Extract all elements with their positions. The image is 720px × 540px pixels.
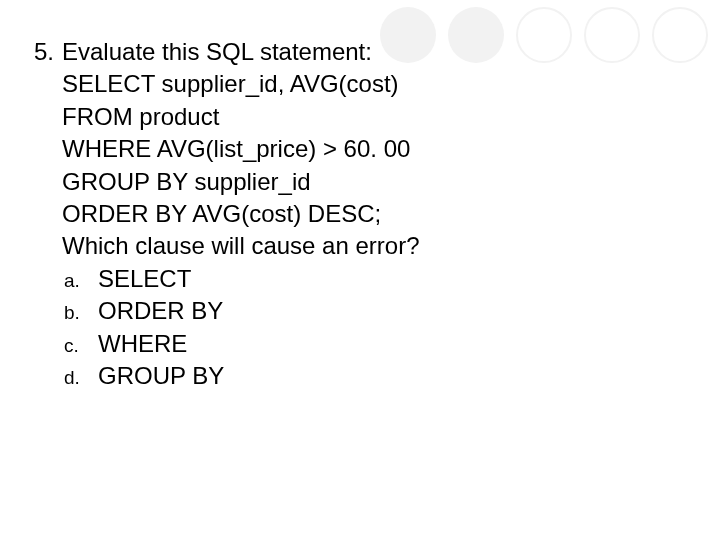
- question-block: 5. Evaluate this SQL statement: SELECT s…: [0, 0, 720, 392]
- stem-line: Which clause will cause an error?: [62, 230, 720, 262]
- option-letter: d.: [62, 365, 98, 391]
- option-letter: a.: [62, 268, 98, 294]
- stem-text: Evaluate this SQL statement:: [62, 36, 372, 68]
- option-letter: c.: [62, 333, 98, 359]
- stem-body: SELECT supplier_id, AVG(cost) FROM produ…: [34, 68, 720, 262]
- option-text: ORDER BY: [98, 295, 223, 327]
- option-b: b. ORDER BY: [62, 295, 720, 327]
- option-text: SELECT: [98, 263, 191, 295]
- option-d: d. GROUP BY: [62, 360, 720, 392]
- option-c: c. WHERE: [62, 328, 720, 360]
- stem-line: 5. Evaluate this SQL statement:: [34, 36, 720, 68]
- option-text: GROUP BY: [98, 360, 224, 392]
- option-a: a. SELECT: [62, 263, 720, 295]
- stem-line: ORDER BY AVG(cost) DESC;: [62, 198, 720, 230]
- stem-line: FROM product: [62, 101, 720, 133]
- option-text: WHERE: [98, 328, 187, 360]
- stem-line: SELECT supplier_id, AVG(cost): [62, 68, 720, 100]
- stem-line: WHERE AVG(list_price) > 60. 00: [62, 133, 720, 165]
- option-letter: b.: [62, 300, 98, 326]
- options-list: a. SELECT b. ORDER BY c. WHERE d. GROUP …: [34, 263, 720, 393]
- stem-line: GROUP BY supplier_id: [62, 166, 720, 198]
- question-number: 5.: [34, 36, 62, 68]
